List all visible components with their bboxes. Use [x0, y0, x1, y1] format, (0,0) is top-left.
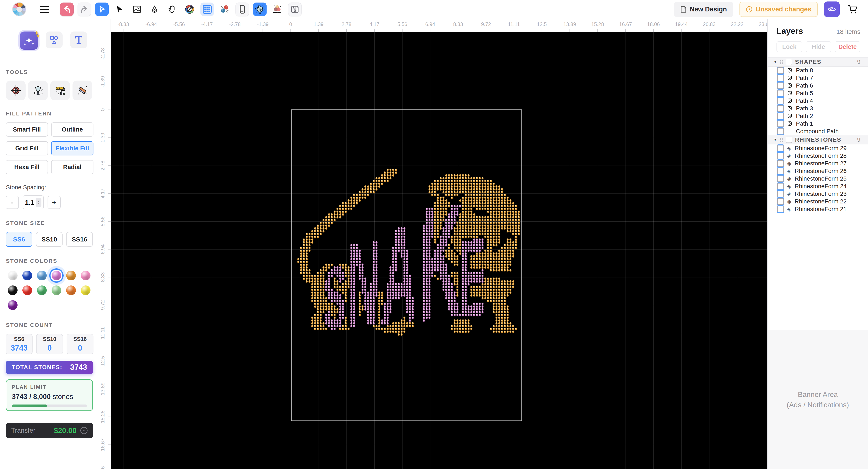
- collapse-triangle-icon[interactable]: ▼: [774, 60, 777, 64]
- layer-row[interactable]: Path 2: [768, 112, 868, 120]
- app-logo-color-wheel-icon[interactable]: [12, 2, 26, 16]
- delete-button[interactable]: Delete: [835, 41, 860, 52]
- transfer-info-icon[interactable]: [80, 427, 88, 434]
- stone-color-light-blue[interactable]: [37, 271, 47, 280]
- fill-pattern-hexa-fill[interactable]: Hexa Fill: [6, 160, 48, 174]
- layer-row[interactable]: ◈RhinestoneForm 29: [768, 145, 868, 152]
- fill-pattern-flexible-fill[interactable]: Flexible Fill: [51, 141, 93, 155]
- group-checkbox[interactable]: [786, 59, 792, 65]
- layer-row[interactable]: ◈RhinestoneForm 25: [768, 175, 868, 183]
- layer-row[interactable]: ◈RhinestoneForm 26: [768, 167, 868, 175]
- layer-checkbox[interactable]: [777, 198, 784, 205]
- fill-pattern-grid-fill[interactable]: Grid Fill: [6, 141, 48, 155]
- stone-color-orchid[interactable]: [52, 271, 61, 280]
- stone-color-purple[interactable]: [8, 300, 18, 310]
- stone-color-light-green[interactable]: [52, 285, 61, 295]
- layer-checkbox[interactable]: [777, 183, 784, 189]
- layer-row[interactable]: Path 4: [768, 97, 868, 105]
- rhinestone-mode-button[interactable]: [253, 3, 267, 16]
- layer-row[interactable]: Path 1: [768, 120, 868, 127]
- drag-handle-icon[interactable]: [780, 138, 783, 142]
- layer-checkbox[interactable]: [777, 176, 784, 182]
- save-button[interactable]: [288, 3, 302, 16]
- layer-checkbox[interactable]: [777, 160, 784, 167]
- redo-button[interactable]: [78, 3, 91, 16]
- layer-checkbox[interactable]: [777, 121, 784, 127]
- spacing-input[interactable]: 1.1 ▲▼: [23, 195, 44, 209]
- layer-checkbox[interactable]: [777, 105, 784, 112]
- spacing-spinner[interactable]: ▲▼: [36, 198, 41, 207]
- layer-checkbox[interactable]: [777, 67, 784, 73]
- design-canvas[interactable]: [111, 32, 767, 469]
- collapse-triangle-icon[interactable]: ▼: [774, 138, 777, 142]
- select-tool-button[interactable]: [95, 3, 108, 16]
- menu-button[interactable]: [40, 6, 49, 13]
- layer-checkbox[interactable]: [777, 145, 784, 151]
- image-tool-button[interactable]: [130, 3, 144, 16]
- stone-color-green[interactable]: [37, 285, 47, 295]
- stone-color-white[interactable]: [8, 271, 18, 280]
- undo-button[interactable]: [60, 3, 73, 16]
- layer-checkbox[interactable]: [777, 168, 784, 174]
- layer-checkbox[interactable]: [777, 83, 784, 89]
- fill-pattern-outline[interactable]: Outline: [51, 122, 93, 136]
- spacing-decrease-button[interactable]: -: [6, 196, 19, 209]
- layer-row[interactable]: ◈RhinestoneForm 23: [768, 190, 868, 198]
- color-wheel-picker-button[interactable]: [183, 3, 196, 16]
- layer-checkbox[interactable]: [777, 90, 784, 96]
- layer-checkbox[interactable]: [777, 153, 784, 159]
- lock-button[interactable]: Lock: [776, 41, 802, 52]
- eraser-tool-button[interactable]: [72, 81, 92, 100]
- grid-view-button[interactable]: [200, 3, 214, 16]
- layer-row[interactable]: ◈RhinestoneForm 24: [768, 183, 868, 190]
- hide-button[interactable]: Hide: [806, 41, 831, 52]
- cart-button[interactable]: [847, 4, 858, 14]
- preview-button[interactable]: [824, 1, 840, 17]
- fill-roller-tool-button[interactable]: [50, 81, 70, 100]
- layer-row[interactable]: ◈RhinestoneForm 27: [768, 160, 868, 167]
- stone-color-red[interactable]: [23, 285, 32, 295]
- layer-checkbox[interactable]: [777, 206, 784, 212]
- layer-checkbox[interactable]: [777, 128, 784, 134]
- fill-pattern-smart-fill[interactable]: Smart Fill: [6, 122, 48, 136]
- layer-row[interactable]: Path 8: [768, 67, 868, 74]
- stone-size-ss16[interactable]: SS16: [66, 232, 93, 247]
- text-tab[interactable]: T: [70, 32, 87, 49]
- layer-row[interactable]: Path 6: [768, 82, 868, 89]
- stone-setter-tool-button[interactable]: [28, 81, 48, 100]
- group-checkbox[interactable]: [786, 136, 792, 143]
- magic-fill-tab[interactable]: ✦ ✦ ✦ ✦: [20, 32, 38, 50]
- layer-row[interactable]: ◈RhinestoneForm 28: [768, 152, 868, 160]
- blend-settings-button[interactable]: [271, 3, 284, 16]
- layer-group-shapes[interactable]: ▼SHAPES9: [768, 57, 868, 67]
- layer-row[interactable]: Path 5: [768, 89, 868, 97]
- layer-checkbox[interactable]: [777, 75, 784, 81]
- stone-color-pink[interactable]: [81, 271, 91, 280]
- layer-row[interactable]: Path 3: [768, 105, 868, 112]
- stone-size-ss6[interactable]: SS6: [6, 232, 32, 247]
- layer-row[interactable]: Compound Path: [768, 127, 868, 135]
- hand-tool-button[interactable]: [165, 3, 179, 16]
- layer-checkbox[interactable]: [777, 113, 784, 119]
- spacing-increase-button[interactable]: +: [48, 196, 61, 209]
- stone-color-dark-orange[interactable]: [66, 285, 76, 295]
- stones-collision-button[interactable]: [218, 3, 231, 16]
- fill-pattern-radial[interactable]: Radial: [51, 160, 93, 174]
- layer-group-rhinestones[interactable]: ▼RHINESTONES9: [768, 135, 868, 145]
- layer-checkbox[interactable]: [777, 98, 784, 104]
- pen-tool-button[interactable]: [148, 3, 161, 16]
- layer-row[interactable]: ◈RhinestoneForm 22: [768, 198, 868, 205]
- drag-handle-icon[interactable]: [780, 60, 783, 64]
- layer-row[interactable]: ◈RhinestoneForm 21: [768, 205, 868, 213]
- stone-color-dark-blue[interactable]: [23, 271, 32, 280]
- center-target-tool-button[interactable]: [6, 81, 26, 100]
- transfer-bar[interactable]: Transfer $20.00: [6, 423, 93, 438]
- stone-size-ss10[interactable]: SS10: [36, 232, 63, 247]
- shapes-tab[interactable]: [46, 32, 63, 49]
- layer-checkbox[interactable]: [777, 191, 784, 197]
- stone-color-black[interactable]: [8, 285, 18, 295]
- layer-row[interactable]: Path 7: [768, 74, 868, 82]
- new-design-button[interactable]: New Design: [674, 2, 733, 17]
- stone-color-yellow[interactable]: [81, 285, 91, 295]
- mobile-preview-button[interactable]: [236, 3, 249, 16]
